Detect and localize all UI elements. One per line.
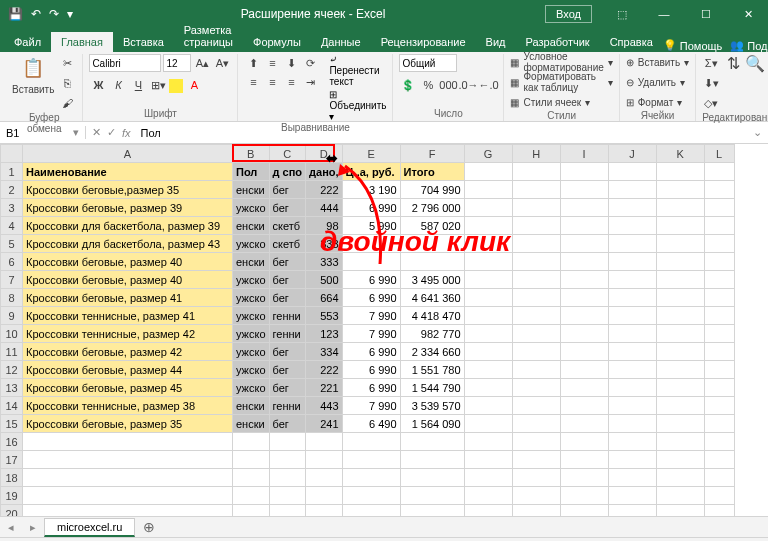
cell[interactable] <box>656 379 704 397</box>
qat-more-icon[interactable]: ▾ <box>67 7 73 21</box>
cell[interactable] <box>656 415 704 433</box>
cell[interactable]: бег <box>269 343 306 361</box>
cell[interactable] <box>704 235 734 253</box>
cell[interactable] <box>464 469 512 487</box>
insert-cells-button[interactable]: ⊕ Вставить▾ <box>626 54 689 70</box>
cell[interactable] <box>512 451 560 469</box>
cell[interactable] <box>656 271 704 289</box>
cell[interactable] <box>400 433 464 451</box>
cell[interactable]: 587 020 <box>400 217 464 235</box>
cell[interactable]: Кроссовки беговые, размер 39 <box>23 199 233 217</box>
cell[interactable]: Пол <box>233 163 270 181</box>
row-header[interactable]: 19 <box>1 487 23 505</box>
cell[interactable] <box>656 469 704 487</box>
cell[interactable] <box>464 379 512 397</box>
cell[interactable] <box>306 433 343 451</box>
cell[interactable] <box>704 469 734 487</box>
cell[interactable] <box>608 433 656 451</box>
cell[interactable] <box>704 325 734 343</box>
cell[interactable] <box>233 469 270 487</box>
cell[interactable] <box>704 379 734 397</box>
cell[interactable] <box>656 217 704 235</box>
format-table-button[interactable]: ▦ Форматировать как таблицу▾ <box>510 74 612 90</box>
border-button[interactable]: ⊞▾ <box>149 76 167 94</box>
cell[interactable] <box>560 289 608 307</box>
indent-icon[interactable]: ⇥ <box>301 73 319 91</box>
column-header-H[interactable]: H <box>512 145 560 163</box>
cell[interactable]: ужско <box>233 235 270 253</box>
cell[interactable]: бег <box>269 415 306 433</box>
cell[interactable]: 6 990 <box>342 361 400 379</box>
row-header[interactable]: 12 <box>1 361 23 379</box>
wrap-text-button[interactable]: ⤶ Перенести текст <box>329 54 386 87</box>
cell[interactable] <box>560 397 608 415</box>
row-header[interactable]: 10 <box>1 325 23 343</box>
cell[interactable]: дано, <box>306 163 343 181</box>
column-header-G[interactable]: G <box>464 145 512 163</box>
cell[interactable] <box>704 199 734 217</box>
sheet-nav-prev[interactable]: ◂ <box>0 521 22 534</box>
row-header[interactable]: 8 <box>1 289 23 307</box>
delete-cells-button[interactable]: ⊖ Удалить▾ <box>626 74 685 90</box>
column-header-L[interactable]: L <box>704 145 734 163</box>
cell[interactable] <box>512 289 560 307</box>
cell[interactable]: 1 564 090 <box>400 415 464 433</box>
cell[interactable] <box>400 235 464 253</box>
column-header-C[interactable]: C <box>269 145 306 163</box>
cell[interactable] <box>608 325 656 343</box>
cell[interactable] <box>704 397 734 415</box>
format-cells-button[interactable]: ⊞ Формат▾ <box>626 94 683 110</box>
cell[interactable] <box>560 361 608 379</box>
cell[interactable] <box>608 397 656 415</box>
cell[interactable] <box>512 271 560 289</box>
tab-file[interactable]: Файл <box>4 32 51 52</box>
save-icon[interactable]: 💾 <box>8 7 23 21</box>
cell[interactable]: 6 990 <box>342 199 400 217</box>
cell[interactable]: Кроссовки для баскетбола, размер 43 <box>23 235 233 253</box>
cell[interactable]: 1 544 790 <box>400 379 464 397</box>
row-header[interactable]: 14 <box>1 397 23 415</box>
cell[interactable]: ужско <box>233 307 270 325</box>
cell[interactable] <box>656 181 704 199</box>
cell[interactable] <box>512 397 560 415</box>
cell[interactable] <box>608 307 656 325</box>
cell[interactable] <box>269 505 306 517</box>
cell[interactable]: 221 <box>306 379 343 397</box>
cell[interactable] <box>656 235 704 253</box>
cell[interactable]: 334 <box>306 343 343 361</box>
cell[interactable] <box>512 487 560 505</box>
underline-button[interactable]: Ч <box>129 76 147 94</box>
cell[interactable]: бег <box>269 379 306 397</box>
cell[interactable]: бег <box>269 289 306 307</box>
enter-formula-icon[interactable]: ✓ <box>107 126 116 139</box>
cell[interactable] <box>464 397 512 415</box>
cell[interactable] <box>608 289 656 307</box>
cell[interactable]: 6 990 <box>342 289 400 307</box>
cell[interactable] <box>704 253 734 271</box>
cell[interactable] <box>560 325 608 343</box>
login-button[interactable]: Вход <box>545 5 592 23</box>
cell[interactable]: 7 990 <box>342 325 400 343</box>
cell[interactable] <box>656 487 704 505</box>
cell[interactable]: скетб <box>269 235 306 253</box>
cell[interactable]: Кроссовки беговые,размер 35 <box>23 181 233 199</box>
cell[interactable] <box>464 325 512 343</box>
cell[interactable] <box>656 361 704 379</box>
cell[interactable] <box>656 325 704 343</box>
percent-icon[interactable]: % <box>419 76 437 94</box>
cell[interactable] <box>656 505 704 517</box>
cell[interactable] <box>560 433 608 451</box>
cell[interactable] <box>560 199 608 217</box>
cell[interactable] <box>608 361 656 379</box>
cell[interactable] <box>400 469 464 487</box>
cell[interactable] <box>560 487 608 505</box>
tab-insert[interactable]: Вставка <box>113 32 174 52</box>
row-header[interactable]: 13 <box>1 379 23 397</box>
sheet-nav-next[interactable]: ▸ <box>22 521 44 534</box>
comma-icon[interactable]: 000 <box>439 76 457 94</box>
cell[interactable] <box>464 343 512 361</box>
cell[interactable] <box>656 451 704 469</box>
cell[interactable]: 333 <box>306 253 343 271</box>
cell[interactable] <box>608 451 656 469</box>
cell[interactable] <box>464 163 512 181</box>
